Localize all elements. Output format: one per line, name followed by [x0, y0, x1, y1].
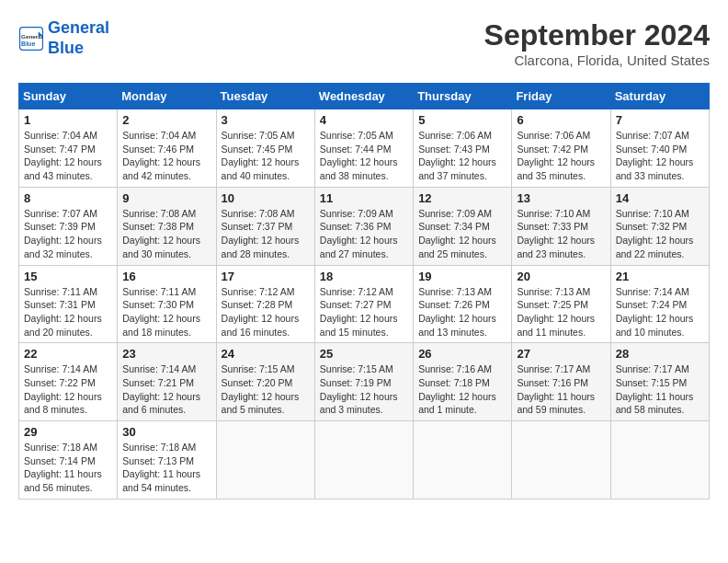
table-row: 4 Sunrise: 7:05 AMSunset: 7:44 PMDayligh… [314, 109, 413, 188]
logo-icon: General Blue [18, 26, 44, 52]
page-header: General Blue General Blue September 2024… [18, 18, 710, 68]
table-row: 28 Sunrise: 7:17 AMSunset: 7:15 PMDaylig… [610, 343, 709, 421]
header-monday: Monday [118, 84, 216, 109]
table-row: 19 Sunrise: 7:13 AMSunset: 7:26 PMDaylig… [414, 265, 512, 343]
weekday-header-row: Sunday Monday Tuesday Wednesday Thursday… [19, 84, 710, 109]
table-row: 13 Sunrise: 7:10 AMSunset: 7:33 PMDaylig… [512, 187, 610, 265]
table-row: 22 Sunrise: 7:14 AMSunset: 7:22 PMDaylig… [19, 343, 118, 421]
logo-text-general: General [48, 18, 109, 39]
table-row: 16 Sunrise: 7:11 AMSunset: 7:30 PMDaylig… [118, 265, 216, 343]
svg-text:Blue: Blue [21, 40, 35, 46]
header-thursday: Thursday [414, 84, 512, 109]
table-row: 18 Sunrise: 7:12 AMSunset: 7:27 PMDaylig… [314, 265, 413, 343]
empty-cell [610, 421, 709, 500]
table-row: 10 Sunrise: 7:08 AMSunset: 7:37 PMDaylig… [216, 187, 314, 265]
empty-cell [314, 421, 413, 500]
table-row: 1 Sunrise: 7:04 AMSunset: 7:47 PMDayligh… [19, 109, 118, 188]
table-row: 6 Sunrise: 7:06 AMSunset: 7:42 PMDayligh… [512, 109, 610, 188]
table-row: 23 Sunrise: 7:14 AMSunset: 7:21 PMDaylig… [118, 343, 216, 421]
table-row: 30 Sunrise: 7:18 AMSunset: 7:13 PMDaylig… [118, 421, 216, 500]
table-row: 2 Sunrise: 7:04 AMSunset: 7:46 PMDayligh… [118, 109, 216, 188]
empty-cell [216, 421, 314, 500]
empty-cell [414, 421, 512, 500]
calendar-table: Sunday Monday Tuesday Wednesday Thursday… [18, 83, 710, 500]
table-row: 21 Sunrise: 7:14 AMSunset: 7:24 PMDaylig… [610, 265, 709, 343]
table-row: 7 Sunrise: 7:07 AMSunset: 7:40 PMDayligh… [610, 109, 709, 188]
title-block: September 2024 Clarcona, Florida, United… [484, 18, 710, 68]
week-row-4: 22 Sunrise: 7:14 AMSunset: 7:22 PMDaylig… [19, 343, 710, 421]
logo: General Blue General Blue [18, 18, 109, 58]
table-row: 29 Sunrise: 7:18 AMSunset: 7:14 PMDaylig… [19, 421, 118, 500]
table-row: 26 Sunrise: 7:16 AMSunset: 7:18 PMDaylig… [414, 343, 512, 421]
week-row-5: 29 Sunrise: 7:18 AMSunset: 7:14 PMDaylig… [19, 421, 710, 500]
header-wednesday: Wednesday [314, 84, 413, 109]
header-tuesday: Tuesday [216, 84, 314, 109]
table-row: 17 Sunrise: 7:12 AMSunset: 7:28 PMDaylig… [216, 265, 314, 343]
week-row-1: 1 Sunrise: 7:04 AMSunset: 7:47 PMDayligh… [19, 109, 710, 188]
table-row: 20 Sunrise: 7:13 AMSunset: 7:25 PMDaylig… [512, 265, 610, 343]
empty-cell [512, 421, 610, 500]
month-title: September 2024 [484, 18, 710, 52]
table-row: 9 Sunrise: 7:08 AMSunset: 7:38 PMDayligh… [118, 187, 216, 265]
table-row: 3 Sunrise: 7:05 AMSunset: 7:45 PMDayligh… [216, 109, 314, 188]
location: Clarcona, Florida, United States [484, 52, 710, 68]
table-row: 5 Sunrise: 7:06 AMSunset: 7:43 PMDayligh… [414, 109, 512, 188]
table-row: 14 Sunrise: 7:10 AMSunset: 7:32 PMDaylig… [610, 187, 709, 265]
header-sunday: Sunday [19, 84, 118, 109]
table-row: 15 Sunrise: 7:11 AMSunset: 7:31 PMDaylig… [19, 265, 118, 343]
week-row-3: 15 Sunrise: 7:11 AMSunset: 7:31 PMDaylig… [19, 265, 710, 343]
table-row: 27 Sunrise: 7:17 AMSunset: 7:16 PMDaylig… [512, 343, 610, 421]
table-row: 11 Sunrise: 7:09 AMSunset: 7:36 PMDaylig… [314, 187, 413, 265]
table-row: 24 Sunrise: 7:15 AMSunset: 7:20 PMDaylig… [216, 343, 314, 421]
table-row: 12 Sunrise: 7:09 AMSunset: 7:34 PMDaylig… [414, 187, 512, 265]
week-row-2: 8 Sunrise: 7:07 AMSunset: 7:39 PMDayligh… [19, 187, 710, 265]
header-saturday: Saturday [610, 84, 709, 109]
table-row: 8 Sunrise: 7:07 AMSunset: 7:39 PMDayligh… [19, 187, 118, 265]
table-row: 25 Sunrise: 7:15 AMSunset: 7:19 PMDaylig… [314, 343, 413, 421]
header-friday: Friday [512, 84, 610, 109]
logo-text-blue: Blue [48, 39, 109, 59]
